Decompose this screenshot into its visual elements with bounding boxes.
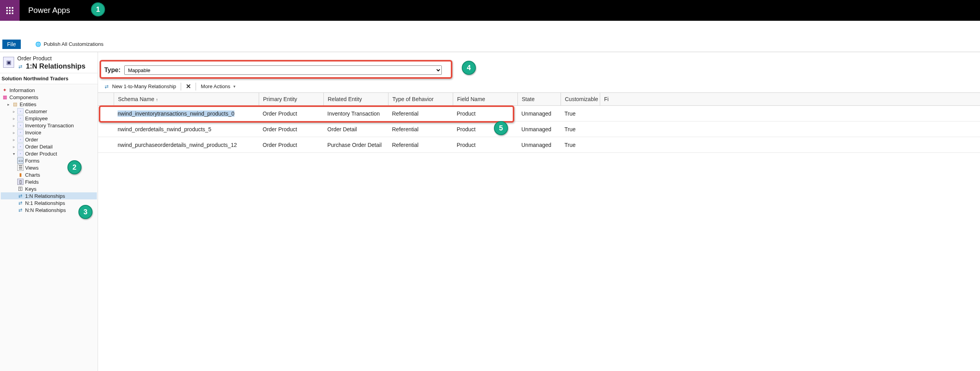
grid-header: Schema Name↑ Primary Entity Related Enti… [98, 93, 980, 106]
tree-entities[interactable]: ▸ ▤ Entities [1, 101, 97, 108]
expand-icon: ▸ [6, 102, 10, 107]
app-launcher-button[interactable] [0, 0, 20, 21]
info-icon: ✦ [2, 87, 8, 93]
table-row[interactable]: nwind_orderdetails_nwind_products_5 Orde… [98, 121, 980, 137]
col-type-behavior[interactable]: Type of Behavior [388, 93, 453, 105]
cell-custom: True [561, 126, 600, 132]
cell-field: Product [453, 142, 517, 148]
cell-behavior: Referential [388, 142, 453, 148]
left-nav: ▣ Order Product ⇄ 1:N Relationships Solu… [0, 52, 98, 371]
expand-icon: ▹ [12, 145, 16, 149]
relationships-grid: Schema Name↑ Primary Entity Related Enti… [98, 92, 980, 153]
cell-primary: Order Product [259, 126, 323, 132]
col-checkbox[interactable] [98, 93, 114, 105]
tree-views[interactable]: ☰Views [1, 164, 97, 171]
entities-icon: ▤ [12, 101, 18, 107]
new-relationship-button[interactable]: ⇄ New 1-to-Many Relationship [102, 83, 178, 90]
expand-icon: ▹ [12, 123, 16, 128]
separator [181, 83, 181, 90]
cell-custom: True [561, 142, 600, 148]
cell-behavior: Referential [388, 126, 453, 132]
delete-button[interactable]: ✕ [184, 82, 192, 91]
charts-icon: ▮ [17, 172, 24, 178]
entity-doc-icon: ▫ [17, 122, 24, 128]
type-filter-label: Type: [104, 67, 120, 74]
cell-custom: True [561, 110, 600, 117]
entity-header: ▣ Order Product ⇄ 1:N Relationships [0, 52, 98, 73]
sort-asc-icon: ↑ [154, 97, 158, 102]
views-icon: ☰ [17, 165, 24, 171]
tree-charts[interactable]: ▮Charts [1, 171, 97, 178]
expand-icon: ▹ [12, 116, 16, 121]
callout-badge-4: 4 [462, 61, 476, 75]
file-button[interactable]: File [2, 40, 21, 49]
main-content: Type: Mappable 4 ⇄ New 1-to-Many Relatio… [98, 52, 980, 371]
col-schema-name[interactable]: Schema Name↑ [114, 93, 259, 105]
forms-icon: ▭ [17, 157, 24, 164]
fields-icon: ▯ [17, 179, 24, 185]
tree-entity-invoice[interactable]: ▹▫Invoice [1, 129, 97, 136]
entity-doc-icon: ▫ [17, 150, 24, 157]
cell-related: Purchase Order Detail [323, 142, 388, 148]
waffle-icon [6, 7, 13, 14]
entity-doc-icon: ▫ [17, 143, 24, 150]
tree-fields[interactable]: ▯Fields [1, 178, 97, 185]
delete-icon: ✕ [186, 83, 191, 90]
chevron-down-icon: ▼ [232, 85, 236, 89]
cell-state: Unmanaged [517, 126, 561, 132]
top-bar: Power Apps [0, 0, 980, 21]
callout-badge-3: 3 [78, 205, 93, 219]
globe-icon: 🌐 [35, 41, 42, 47]
expand-icon: ▹ [12, 109, 16, 114]
relationship-icon: ⇄ [17, 193, 24, 199]
cell-state: Unmanaged [517, 142, 561, 148]
tree-entity-order-product[interactable]: ▾▫Order Product [1, 150, 97, 157]
entity-subtitle: 1:N Relationships [26, 62, 85, 71]
col-customizable[interactable]: Customizable [561, 93, 600, 105]
tree-entity-order-detail[interactable]: ▹▫Order Detail [1, 143, 97, 150]
publish-all-label: Publish All Customizations [44, 41, 103, 47]
tree-entity-employee[interactable]: ▹▫Employee [1, 115, 97, 122]
tree-entity-inventory-transaction[interactable]: ▹▫Inventory Transaction [1, 122, 97, 129]
expand-icon: ▹ [12, 138, 16, 142]
callout-badge-2: 2 [67, 160, 82, 174]
cell-related: Inventory Transaction [323, 110, 388, 117]
tree-components[interactable]: ▦ Components [1, 94, 97, 101]
relationship-icon: ⇄ [17, 63, 24, 70]
tree-information[interactable]: ✦ Information [1, 87, 97, 94]
cell-related: Order Detail [323, 126, 388, 132]
col-fi[interactable]: Fi [600, 93, 615, 105]
relationship-icon: ⇄ [17, 200, 24, 206]
tree-forms[interactable]: ▭Forms [1, 157, 97, 164]
type-filter-select[interactable]: Mappable [124, 65, 442, 75]
more-actions-button[interactable]: More Actions ▼ [199, 83, 238, 90]
nav-tree: ✦ Information ▦ Components ▸ ▤ Entities … [0, 84, 98, 216]
cell-state: Unmanaged [517, 110, 561, 117]
entity-name: Order Product [17, 55, 85, 62]
tree-keys[interactable]: ⚿Keys [1, 185, 97, 192]
toolbar: File 🌐 Publish All Customizations [0, 36, 980, 52]
cell-schema: nwind_purchaseorderdetails_nwind_product… [114, 142, 259, 148]
expand-icon: ▹ [12, 130, 16, 135]
components-icon: ▦ [2, 94, 8, 100]
relationship-icon: ⇄ [103, 83, 110, 90]
tree-entity-customer[interactable]: ▹▫Customer [1, 108, 97, 115]
cell-field: Product [453, 110, 517, 117]
col-field-name[interactable]: Field Name [453, 93, 517, 105]
table-row[interactable]: nwind_purchaseorderdetails_nwind_product… [98, 137, 980, 153]
app-title: Power Apps [20, 6, 70, 15]
entity-doc-icon: ▫ [17, 115, 24, 121]
tree-entity-order[interactable]: ▹▫Order [1, 136, 97, 143]
relationship-icon: ⇄ [17, 207, 24, 213]
col-primary-entity[interactable]: Primary Entity [259, 93, 323, 105]
col-state[interactable]: State [517, 93, 561, 105]
tree-1n-relationships[interactable]: ⇄1:N Relationships [1, 192, 97, 199]
cell-behavior: Referential [388, 110, 453, 117]
callout-badge-5: 5 [494, 121, 508, 135]
table-row[interactable]: nwind_inventorytransactions_nwind_produc… [98, 106, 980, 121]
cell-primary: Order Product [259, 142, 323, 148]
publish-all-button[interactable]: 🌐 Publish All Customizations [25, 41, 103, 47]
col-related-entity[interactable]: Related Entity [323, 93, 388, 105]
entity-doc-icon: ▫ [17, 136, 24, 143]
keys-icon: ⚿ [17, 186, 24, 192]
